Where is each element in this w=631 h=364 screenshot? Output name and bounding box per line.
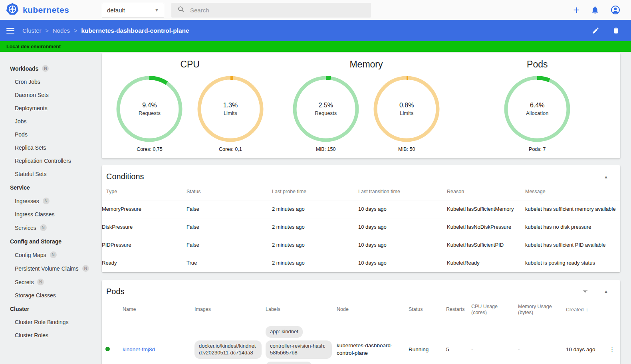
sort-ascending-icon: ↑ (585, 307, 588, 313)
banner-text: Local dev environment (6, 44, 61, 49)
dropdown-caret-icon: ▼ (155, 8, 159, 12)
kubernetes-logo-icon (6, 3, 19, 17)
donut-footer: MiB: 50 (373, 146, 440, 152)
column-header-status: Status (409, 299, 446, 321)
condition-reason: KubeletHasSufficientMemory (447, 200, 525, 218)
sidebar-item-jobs[interactable]: Jobs (0, 115, 99, 128)
pods-group-title: Pods (454, 59, 620, 70)
sidebar-item-label: Daemon Sets (15, 92, 49, 98)
donut-chart-cpu-limits: 1.3% Limits Cores: 0,1 (197, 76, 264, 152)
sidebar-item-cluster-role-bindings[interactable]: Cluster Role Bindings (0, 316, 99, 329)
pod-status-dot-running (105, 347, 110, 351)
namespace-value: default (107, 7, 125, 14)
condition-last-transition: 10 days ago (358, 218, 447, 236)
donut-label: Limits (224, 110, 237, 116)
condition-reason: KubeletReady (447, 254, 525, 272)
edit-pencil-icon[interactable] (592, 27, 599, 34)
donut-percent: 9.4% (142, 102, 157, 109)
user-account-icon[interactable] (611, 5, 620, 15)
donut-footer: Cores: 0,1 (197, 146, 264, 152)
condition-last-probe: 2 minutes ago (272, 254, 358, 272)
sidebar-item-label: Secrets (15, 279, 34, 285)
sidebar-item-label: Persistent Volume Claims (15, 265, 79, 272)
column-header-memory-usage: Memory Usage (bytes) (518, 299, 566, 321)
search-icon (177, 6, 185, 14)
sidebar-item-ingresses[interactable]: Ingresses N (0, 194, 99, 208)
node-actions (592, 27, 620, 34)
donut-percent: 2.5% (319, 102, 333, 109)
breadcrumb-cluster[interactable]: Cluster (22, 27, 42, 34)
sidebar-item-storage-classes[interactable]: Storage Classes (0, 289, 99, 302)
sidebar-item-label: Services (15, 225, 36, 231)
sidebar-nav: Workloads N Cron Jobs Daemon Sets Deploy… (0, 52, 99, 342)
sidebar-section-service[interactable]: Service (0, 181, 99, 194)
search-input[interactable] (190, 7, 365, 14)
donut-footer: MiB: 150 (293, 146, 359, 152)
condition-message: kubelet has sufficient memory available (525, 200, 620, 218)
sidebar-item-label: Deployments (15, 105, 48, 111)
create-resource-icon[interactable]: + (573, 6, 579, 14)
column-header-last-transition-time: Last transition time (358, 184, 447, 200)
namespace-selector[interactable]: default ▼ (102, 3, 164, 18)
condition-last-probe: 2 minutes ago (272, 218, 358, 236)
environment-banner: Local dev environment (0, 41, 631, 52)
column-header-restarts: Restarts (446, 299, 471, 321)
donut-footer: Pods: 7 (504, 146, 570, 152)
pod-image-chip: docker.io/kindest/kindnetd:v20230511-dc7… (194, 340, 262, 359)
breadcrumb-nodes[interactable]: Nodes (53, 27, 70, 34)
sidebar-item-secrets[interactable]: Secrets N (0, 275, 99, 289)
search-bar[interactable] (171, 3, 371, 18)
sidebar-section-config-and-storage[interactable]: Config and Storage (0, 235, 99, 248)
sidebar-item-cron-jobs[interactable]: Cron Jobs (0, 75, 99, 89)
column-header-reason: Reason (447, 184, 525, 200)
sidebar-section-workloads[interactable]: Workloads N (0, 61, 99, 75)
condition-message: kubelet has no disk pressure (525, 218, 620, 236)
menu-hamburger-icon[interactable] (6, 28, 14, 34)
sidebar-item-daemon-sets[interactable]: Daemon Sets (0, 89, 99, 102)
table-row: kindnet-fmj8d docker.io/kindest/kindnetd… (102, 321, 620, 364)
sidebar-item-ingress-classes[interactable]: Ingress Classes (0, 208, 99, 221)
main-content: CPU 9.4% Requests (99, 52, 631, 364)
sidebar-item-persistent-volume-claims[interactable]: Persistent Volume Claims N (0, 262, 99, 275)
pod-name-link[interactable]: kindnet-fmj8d (123, 346, 155, 352)
sidebar-item-services[interactable]: Services N (0, 221, 99, 235)
donut-label: Limits (400, 110, 413, 116)
cpu-group-title: CPU (102, 59, 278, 70)
condition-status: False (187, 200, 272, 218)
pod-labels: app: kindnet controller-revision-hash: 5… (266, 326, 333, 364)
collapse-card-icon[interactable]: ▲ (604, 174, 608, 179)
sidebar-item-deployments[interactable]: Deployments (0, 102, 99, 115)
sidebar-item-config-maps[interactable]: Config Maps N (0, 248, 99, 262)
sidebar-item-replication-controllers[interactable]: Replication Controllers (0, 154, 99, 168)
column-header-created[interactable]: Created↑ (566, 299, 608, 321)
filter-list-icon[interactable] (581, 288, 589, 295)
table-row: MemoryPressure False 2 minutes ago 10 da… (102, 200, 620, 218)
sidebar-item-label: Replication Controllers (15, 158, 71, 164)
collapse-card-icon[interactable]: ▲ (604, 289, 608, 294)
condition-message: kubelet is posting ready status (525, 254, 620, 272)
sidebar-section-cluster[interactable]: Cluster (0, 302, 99, 316)
condition-last-probe: 2 minutes ago (272, 236, 358, 254)
namespaced-badge: N (43, 198, 50, 204)
page-title: kubernetes-dashboard-control-plane (81, 27, 189, 34)
logo-wordmark: kubernetes (23, 5, 69, 15)
sidebar-item-cluster-roles[interactable]: Cluster Roles (0, 329, 99, 342)
sidebar-item-label: Jobs (15, 118, 27, 125)
pods-allocation-group: Pods 6.4% Allocation (454, 57, 620, 152)
sidebar-item-label: Pods (15, 131, 28, 138)
delete-trash-icon[interactable] (612, 27, 620, 34)
column-header-images: Images (194, 299, 266, 321)
pod-status: Running (409, 321, 446, 364)
sidebar-item-replica-sets[interactable]: Replica Sets (0, 141, 99, 154)
condition-type: MemoryPressure (102, 200, 187, 218)
sidebar-item-stateful-sets[interactable]: Stateful Sets (0, 168, 99, 181)
sidebar-item-pods[interactable]: Pods (0, 128, 99, 141)
created-label: Created (566, 307, 583, 313)
breadcrumb-bar: Cluster > Nodes > kubernetes-dashboard-c… (0, 20, 631, 41)
row-kebab-menu-icon[interactable]: ⋮ (608, 321, 620, 364)
notifications-bell-icon[interactable] (591, 6, 599, 14)
table-row: Ready True 2 minutes ago 10 days ago Kub… (102, 254, 620, 272)
kubernetes-logo[interactable]: kubernetes (0, 3, 99, 17)
condition-type: Ready (102, 254, 187, 272)
donut-label: Requests (139, 110, 161, 116)
